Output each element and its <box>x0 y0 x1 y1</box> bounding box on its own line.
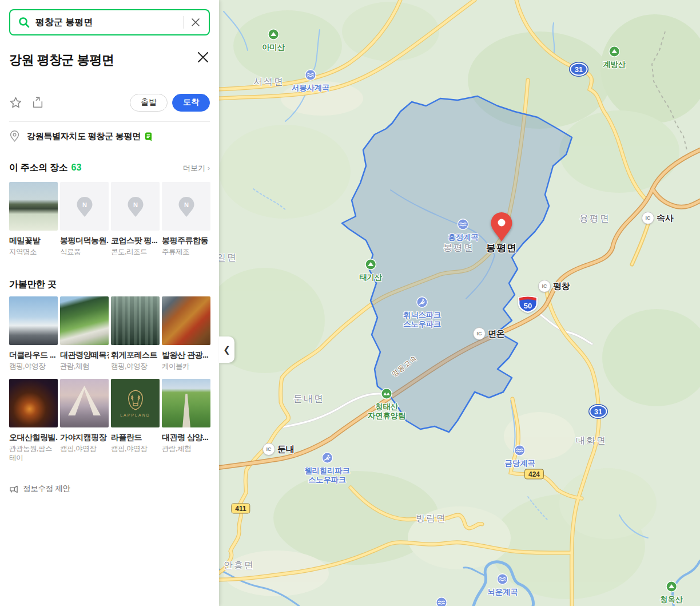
place-name: 오대산힐링빌... <box>9 433 58 443</box>
star-icon <box>9 96 22 109</box>
ic-icon: IC <box>538 280 551 292</box>
place-photo <box>162 379 210 427</box>
map-canvas[interactable]: 아미산서석면서봉사계곡계방산용평면홍정계곡봉평면봉평면태기산휘닉스파크 스노우파… <box>219 0 700 606</box>
district-label: 봉평면 <box>443 242 474 254</box>
place-name: 대관령양떼목장 <box>60 350 109 361</box>
recommended-header: 가볼만한 곳 <box>9 279 210 291</box>
place-name: 가야지캠핑장 <box>60 433 109 443</box>
map-label-forest[interactable]: 청태산 자연휴양림 <box>368 388 405 420</box>
place-photo-placeholder: N <box>60 182 109 231</box>
panel-collapse-button[interactable]: ❮ <box>219 336 234 363</box>
map-label-mountain[interactable]: 태기산 <box>359 259 382 282</box>
interchange-badge: IC평창 <box>538 280 570 292</box>
district-label: 용평면 <box>579 213 610 225</box>
map-label-valley[interactable]: 홍정계곡 <box>448 219 479 242</box>
map-label-ski[interactable]: 휘닉스파크 스노우파크 <box>403 296 441 328</box>
address-text: 강원특별자치도 평창군 봉평면 <box>27 131 141 142</box>
place-card[interactable]: 가야지캠핑장 캠핑,야영장 <box>60 379 109 462</box>
place-photo <box>60 379 109 427</box>
more-link[interactable]: 더보기 › <box>183 163 210 173</box>
search-divider <box>183 16 184 29</box>
detail-panel: 강원 평창군 봉평면 출발 도착 강원특별자치도 평창군 봉평면 <box>0 0 219 606</box>
address-row: 강원특별자치도 평창군 봉평면 <box>9 130 210 142</box>
action-row: 출발 도착 <box>9 93 210 112</box>
share-button[interactable] <box>31 96 44 109</box>
svg-text:N: N <box>82 201 87 208</box>
mountain-icon <box>608 46 620 60</box>
close-icon <box>196 50 210 64</box>
search-clear-button[interactable] <box>188 15 203 30</box>
route-badge-yellow: 424 <box>524 469 544 480</box>
interchange-badge: IC면온 <box>473 327 504 340</box>
place-marker[interactable] <box>490 212 513 244</box>
place-card[interactable]: N 봉평더덕농원... 식료품 <box>60 182 109 257</box>
naver-pin-icon: N <box>178 196 195 217</box>
ski-icon <box>321 452 333 466</box>
ic-label: 면온 <box>488 328 504 339</box>
map-label-ski[interactable]: 웰리힐리파크 스노우파크 <box>304 452 349 484</box>
place-card[interactable]: 대관령 삼양... 관람,체험 <box>162 379 210 462</box>
close-icon <box>191 18 200 27</box>
place-card[interactable]: N 코업스팟 평... 콘도,리조트 <box>111 182 160 257</box>
map-label-mountain[interactable]: 청옥산 <box>660 581 683 604</box>
section-count: 63 <box>71 163 82 173</box>
place-photo <box>9 296 58 345</box>
place-name: 메밀꽃밭 <box>9 236 58 246</box>
suggest-edit-button[interactable]: 정보수정 제안 <box>9 484 70 494</box>
divider <box>9 121 210 122</box>
search-box <box>9 9 210 35</box>
depart-button[interactable]: 출발 <box>130 94 168 112</box>
map-label-valley[interactable] <box>436 597 447 606</box>
place-card[interactable]: 오대산힐링빌... 관광농원,팜스테이 <box>9 379 58 462</box>
place-card[interactable]: 메밀꽃밭 지역명소 <box>9 182 58 257</box>
place-photo-placeholder: N <box>162 182 210 231</box>
address-copy-button[interactable] <box>144 132 153 141</box>
ic-label: 평창 <box>553 281 570 292</box>
district-label: 대화면 <box>576 435 607 447</box>
map-label-mountain[interactable]: 아미산 <box>262 29 285 52</box>
valley-icon <box>436 597 447 606</box>
expressway-shield-icon: 50 <box>518 295 538 315</box>
svg-text:50: 50 <box>524 302 532 310</box>
place-photo: LAPPLAND <box>111 379 160 427</box>
bookmark-button[interactable] <box>9 96 22 109</box>
map-label-valley[interactable]: 금당계곡 <box>505 445 535 468</box>
title-row: 강원 평창군 봉평면 <box>9 52 210 69</box>
place-card[interactable]: LAPPLAND 라플란드 캠핑,야영장 <box>111 379 160 462</box>
district-label: 안흥면 <box>224 560 254 572</box>
location-pin-icon <box>9 130 20 142</box>
map-overlays: 아미산서석면서봉사계곡계방산용평면홍정계곡봉평면봉평면태기산휘닉스파크 스노우파… <box>219 0 700 606</box>
place-category: 식료품 <box>60 248 109 257</box>
place-card[interactable]: 휘게포레스트 캠핑,야영장 <box>111 296 160 371</box>
map-label-mountain[interactable]: 계방산 <box>603 46 626 69</box>
place-category: 캠핑,야영장 <box>60 445 109 454</box>
place-card[interactable]: 더클라우드 ... 캠핑,야영장 <box>9 296 58 371</box>
recommended-cards-row2: 오대산힐링빌... 관광농원,팜스테이 가야지캠핑장 캠핑,야영장 LAPPLA… <box>9 379 212 462</box>
address-places-cards: 메밀꽃밭 지역명소 N 봉평더덕농원... 식료품 N 코업스팟 평... 콘도… <box>9 182 212 257</box>
map-label-text: 서봉사계곡 <box>292 84 329 93</box>
interchange-badge: IC둔내 <box>262 443 294 456</box>
map-label-valley[interactable]: 서봉사계곡 <box>292 69 329 93</box>
recommended-cards-row1: 더클라우드 ... 캠핑,야영장 대관령양떼목장 관람,체험 휘게포레스트 캠핑… <box>9 296 212 371</box>
map-label-text: 휘닉스파크 스노우파크 <box>403 311 441 328</box>
map-label-valley[interactable]: 뇌운계곡 <box>488 573 518 597</box>
map-label-text: 계방산 <box>603 60 626 69</box>
place-card[interactable]: N 봉평주류합동 주류제조 <box>162 182 210 257</box>
arrive-button[interactable]: 도착 <box>172 94 210 112</box>
ic-icon: IC <box>262 443 275 456</box>
interchange-badge: IC속사 <box>642 212 673 224</box>
share-icon <box>31 96 44 109</box>
search-input[interactable] <box>35 17 178 27</box>
panel-close-button[interactable] <box>196 50 210 66</box>
lappland-logo-text: LAPPLAND <box>120 413 150 417</box>
map-label-text: 청태산 자연휴양림 <box>368 402 405 420</box>
place-photo-placeholder: N <box>111 182 160 231</box>
place-photo <box>60 296 109 345</box>
place-photo <box>162 296 210 345</box>
ic-label: 둔내 <box>277 444 294 455</box>
place-card[interactable]: 발왕산 관광... 케이블카 <box>162 296 210 371</box>
valley-icon <box>497 573 508 587</box>
place-card[interactable]: 대관령양떼목장 관람,체험 <box>60 296 109 371</box>
place-category: 케이블카 <box>162 362 210 371</box>
district-label: 둔내면 <box>293 393 324 405</box>
